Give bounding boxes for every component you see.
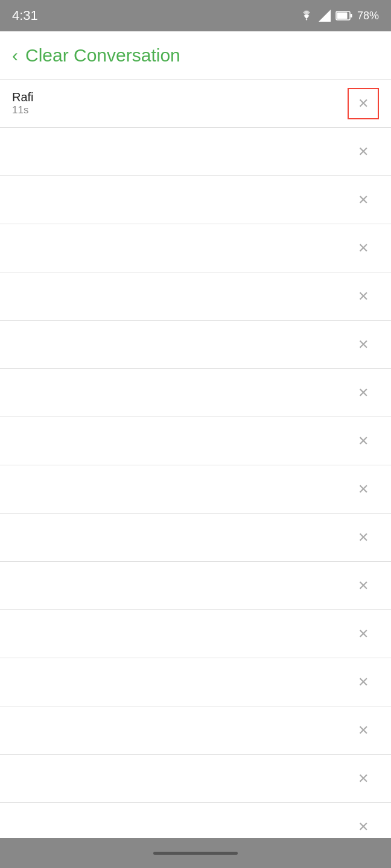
delete-button[interactable]: ✕ [348, 667, 379, 698]
list-item: ✕ [0, 224, 391, 272]
list-item: ✕ [0, 417, 391, 465]
delete-button[interactable]: ✕ [348, 570, 379, 602]
close-icon: ✕ [358, 290, 369, 303]
bottom-bar [0, 838, 391, 868]
close-icon: ✕ [358, 338, 369, 351]
wifi-icon [299, 10, 314, 21]
list-item: ✕ [0, 610, 391, 658]
list-item: Rafi11s✕ [0, 80, 391, 128]
close-icon: ✕ [358, 435, 369, 448]
list-item: ✕ [0, 658, 391, 706]
close-icon: ✕ [358, 579, 369, 593]
list-item: ✕ [0, 465, 391, 514]
delete-button[interactable]: ✕ [348, 233, 379, 264]
list-item: ✕ [0, 562, 391, 610]
status-bar: 4:31 78% [0, 0, 391, 31]
delete-button[interactable]: ✕ [348, 522, 379, 553]
list-item: ✕ [0, 514, 391, 562]
delete-button[interactable]: ✕ [348, 281, 379, 312]
delete-button[interactable]: ✕ [348, 618, 379, 650]
delete-button[interactable]: ✕ [348, 184, 379, 216]
list-item: ✕ [0, 706, 391, 755]
close-icon: ✕ [358, 483, 369, 496]
close-icon: ✕ [358, 676, 369, 689]
close-icon: ✕ [358, 724, 369, 737]
header: ‹ Clear Conversation [0, 31, 391, 80]
close-icon: ✕ [358, 772, 369, 785]
status-time: 4:31 [12, 8, 38, 24]
item-name: Rafi [12, 90, 348, 104]
delete-button[interactable]: ✕ [348, 426, 379, 457]
close-icon: ✕ [358, 820, 369, 834]
home-pill [153, 852, 238, 855]
delete-button[interactable]: ✕ [348, 474, 379, 505]
delete-button[interactable]: ✕ [348, 763, 379, 794]
close-icon: ✕ [358, 97, 369, 110]
status-icons: 78% [299, 10, 379, 22]
close-icon: ✕ [358, 193, 369, 207]
conversation-list: Rafi11s✕✕✕✕✕✕✕✕✕✕✕✕✕✕✕✕ [0, 80, 391, 851]
signal-icon [319, 10, 331, 22]
delete-button[interactable]: ✕ [348, 88, 379, 119]
svg-rect-3 [351, 14, 352, 17]
list-item: ✕ [0, 272, 391, 321]
list-item: ✕ [0, 755, 391, 803]
list-item: ✕ [0, 369, 391, 417]
close-icon: ✕ [358, 242, 369, 255]
delete-button[interactable]: ✕ [348, 715, 379, 746]
back-button[interactable]: ‹ [12, 45, 18, 66]
list-item: ✕ [0, 176, 391, 224]
battery-icon [335, 11, 352, 20]
delete-button[interactable]: ✕ [348, 329, 379, 360]
close-icon: ✕ [358, 145, 369, 159]
page-title: Clear Conversation [25, 45, 180, 66]
delete-button[interactable]: ✕ [348, 377, 379, 409]
battery-percentage: 78% [357, 10, 379, 22]
close-icon: ✕ [358, 627, 369, 641]
list-item: ✕ [0, 321, 391, 369]
list-item: ✕ [0, 128, 391, 176]
svg-marker-0 [319, 10, 331, 22]
close-icon: ✕ [358, 531, 369, 544]
item-content: Rafi11s [12, 90, 348, 116]
item-time: 11s [12, 104, 348, 116]
delete-button[interactable]: ✕ [348, 136, 379, 168]
close-icon: ✕ [358, 386, 369, 400]
svg-rect-2 [337, 13, 347, 19]
